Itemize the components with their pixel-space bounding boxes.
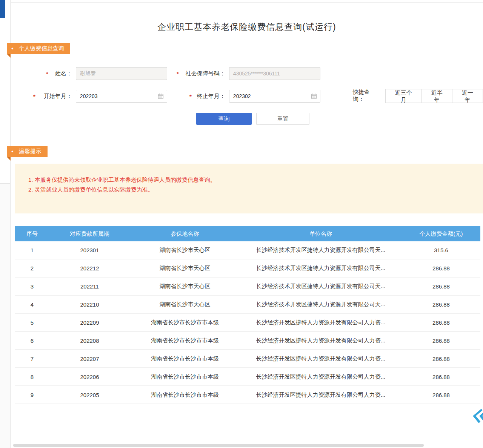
cell-region: 湖南省长沙市长沙市市本级: [130, 337, 240, 344]
cell-index: 7: [15, 356, 49, 362]
cell-index: 5: [15, 319, 49, 326]
quick-query-group: 快捷查询： 近三个月 近半年 近一年: [353, 89, 483, 102]
header-region: 参保地名称: [130, 230, 240, 238]
section-badge-query: • 个人缴费信息查询: [7, 43, 70, 54]
header-index: 序号: [15, 230, 49, 238]
cell-period: 202212: [49, 265, 130, 272]
cell-index: 3: [15, 283, 49, 290]
cell-region: 湖南省长沙市天心区: [130, 283, 240, 290]
section-badge-notice-label: 温馨提示: [19, 148, 42, 155]
field-group-ssn: * 社会保障号码：: [177, 67, 320, 80]
horizontal-scrollbar[interactable]: [13, 444, 424, 447]
cell-unit: 长沙经济开发区捷特人力资源开发有限公司人力资...: [240, 373, 402, 380]
cell-region: 湖南省长沙市天心区: [130, 247, 240, 254]
table-row: 2 202212 湖南省长沙市天心区 长沙经济技术开发区捷特人力资源开发有限公司…: [15, 259, 480, 278]
quick-query-half-year-button[interactable]: 近半年: [421, 89, 452, 103]
cell-period: 202301: [49, 247, 130, 253]
ssn-input[interactable]: [229, 67, 320, 80]
cell-region: 湖南省长沙市天心区: [130, 301, 240, 308]
field-group-start-month: * 开始年月：: [33, 90, 167, 103]
cell-amount: 286.88: [402, 392, 480, 398]
required-mark: *: [189, 93, 192, 100]
section-badge-query-label: 个人缴费信息查询: [19, 45, 64, 52]
cell-period: 202210: [49, 301, 130, 308]
cell-unit: 长沙经济技术开发区捷特人力资源开发有限公司天...: [240, 265, 402, 272]
table-row: 4 202210 湖南省长沙市天心区 长沙经济技术开发区捷特人力资源开发有限公司…: [15, 296, 480, 314]
name-label: 姓名：: [50, 70, 72, 77]
cell-amount: 286.88: [402, 338, 480, 344]
reset-button[interactable]: 重置: [256, 113, 309, 125]
cell-amount: 286.88: [402, 301, 480, 308]
field-group-name: * 姓名：: [46, 67, 167, 80]
notice-line-1: 1. 本服务仅提供尚未领取企业职工基本养老保险待遇人员的缴费信息查询。: [28, 175, 483, 185]
card-top-border: [11, 2, 483, 3]
calendar-icon[interactable]: [311, 93, 317, 99]
start-month-label: 开始年月：: [37, 93, 72, 100]
cell-index: 6: [15, 338, 49, 344]
table-row: 6 202208 湖南省长沙市长沙市市本级 长沙经济开发区捷特人力资源开发有限公…: [15, 332, 480, 350]
cell-region: 湖南省长沙市长沙市市本级: [130, 391, 240, 399]
cell-unit: 长沙经济技术开发区捷特人力资源开发有限公司天...: [240, 283, 402, 290]
table-row: 5 202209 湖南省长沙市长沙市市本级 长沙经济开发区捷特人力资源开发有限公…: [15, 314, 480, 332]
notice-box: 1. 本服务仅提供尚未领取企业职工基本养老保险待遇人员的缴费信息查询。 2. 灵…: [15, 164, 483, 213]
section-badge-notice: • 温馨提示: [7, 146, 48, 157]
table-body: 1 202301 湖南省长沙市天心区 长沙经济技术开发区捷特人力资源开发有限公司…: [15, 241, 480, 404]
table-row: 7 202207 湖南省长沙市长沙市市本级 长沙经济开发区捷特人力资源开发有限公…: [15, 350, 480, 368]
cell-period: 202208: [49, 338, 130, 344]
collapse-double-chevron-icon[interactable]: [470, 408, 483, 423]
quick-query-one-year-button[interactable]: 近一年: [452, 89, 483, 103]
cell-amount: 315.6: [402, 247, 480, 253]
table-row: 1 202301 湖南省长沙市天心区 长沙经济技术开发区捷特人力资源开发有限公司…: [15, 241, 480, 259]
start-month-input[interactable]: [76, 90, 167, 103]
cell-index: 1: [15, 247, 49, 253]
quick-query-last-3-months-button[interactable]: 近三个月: [385, 89, 422, 103]
end-month-label: 终止年月：: [194, 93, 225, 100]
required-mark: *: [33, 93, 35, 100]
table-row: 3 202211 湖南省长沙市天心区 长沙经济技术开发区捷特人力资源开发有限公司…: [15, 278, 480, 296]
required-mark: *: [46, 71, 48, 77]
badge-bullet-icon: •: [11, 149, 14, 155]
header-amount: 个人缴费金额(元): [402, 230, 480, 238]
table-row: 9 202205 湖南省长沙市长沙市市本级 长沙经济开发区捷特人力资源开发有限公…: [15, 386, 480, 404]
table-row: 8 202206 湖南省长沙市长沙市市本级 长沙经济开发区捷特人力资源开发有限公…: [15, 368, 480, 386]
name-input[interactable]: [76, 67, 167, 80]
cell-period: 202209: [49, 319, 130, 326]
cell-unit: 长沙经济技术开发区捷特人力资源开发有限公司天...: [240, 247, 402, 254]
cell-region: 湖南省长沙市天心区: [130, 265, 240, 272]
ssn-label: 社会保障号码：: [181, 70, 225, 77]
quick-query-label: 快捷查询：: [353, 89, 381, 103]
query-button[interactable]: 查询: [196, 113, 252, 125]
sidebar-active-nav-indicator[interactable]: [0, 0, 5, 18]
cell-amount: 286.88: [402, 283, 480, 290]
cell-index: 4: [15, 301, 49, 308]
cell-period: 202206: [49, 374, 130, 380]
header-unit: 单位名称: [240, 230, 402, 238]
cell-amount: 286.88: [402, 319, 480, 326]
cell-unit: 长沙经济开发区捷特人力资源开发有限公司人力资...: [240, 391, 402, 399]
cell-region: 湖南省长沙市长沙市市本级: [130, 373, 240, 380]
end-month-input[interactable]: [229, 90, 320, 103]
cell-amount: 286.88: [402, 374, 480, 380]
results-table: 序号 对应费款所属期 参保地名称 单位名称 个人缴费金额(元) 1 202301…: [15, 226, 480, 404]
cell-amount: 286.88: [402, 265, 480, 272]
cell-index: 9: [15, 392, 49, 398]
calendar-icon[interactable]: [158, 93, 164, 99]
table-header-row: 序号 对应费款所属期 参保地名称 单位名称 个人缴费金额(元): [15, 226, 480, 241]
cell-unit: 长沙经济开发区捷特人力资源开发有限公司人力资...: [240, 337, 402, 344]
required-mark: *: [177, 71, 179, 77]
field-group-end-month: * 终止年月：: [189, 90, 320, 103]
badge-bullet-icon: •: [11, 46, 14, 52]
cell-region: 湖南省长沙市长沙市市本级: [130, 355, 240, 362]
page-title: 企业职工基本养老保险缴费信息查询(试运行): [11, 21, 483, 33]
cell-unit: 长沙经济开发区捷特人力资源开发有限公司人力资...: [240, 319, 402, 326]
cell-unit: 长沙经济技术开发区捷特人力资源开发有限公司天...: [240, 301, 402, 308]
notice-line-2: 2. 灵活就业人员的缴费单位信息以实际缴费为准。: [28, 185, 483, 195]
cell-period: 202211: [49, 283, 130, 290]
cell-region: 湖南省长沙市长沙市市本级: [130, 319, 240, 326]
cell-index: 2: [15, 265, 49, 272]
cell-amount: 286.88: [402, 356, 480, 362]
cell-period: 202207: [49, 356, 130, 362]
cell-index: 8: [15, 374, 49, 380]
cell-period: 202205: [49, 392, 130, 398]
cell-unit: 长沙经济开发区捷特人力资源开发有限公司人力资...: [240, 355, 402, 362]
